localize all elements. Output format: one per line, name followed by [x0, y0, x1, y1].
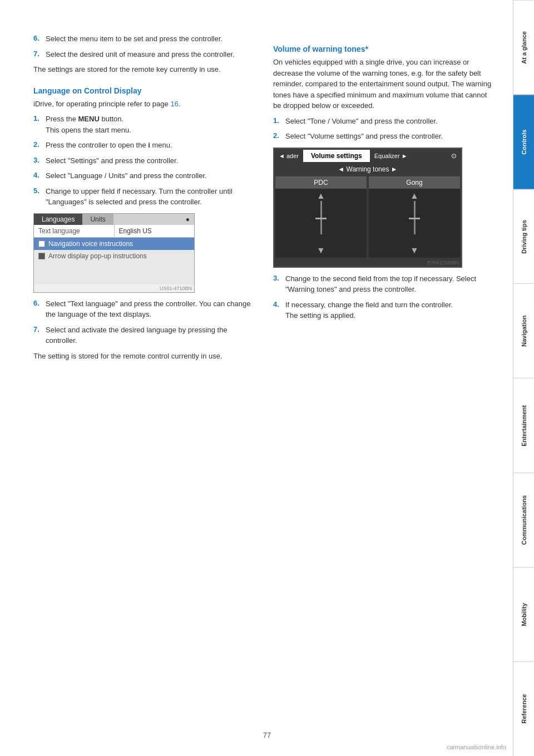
step-text-1: Press the MENU button.This opens the sta…	[46, 114, 131, 135]
step-number-2: 2.	[33, 140, 42, 151]
pdc-column: PDC ▲ ▼	[275, 176, 367, 258]
sidebar-tab-controls[interactable]: Controls	[513, 95, 534, 189]
right-step-text-1: Select "Tone / Volume" and press the con…	[285, 116, 438, 127]
sidebar-tab-navigation[interactable]: Navigation	[513, 283, 534, 378]
text-language-value: English US	[114, 225, 195, 237]
text-language-label: Text language	[34, 225, 114, 237]
tab-units: Units	[82, 214, 113, 225]
watermark: carmanualsonline.info	[447, 744, 506, 750]
right-step-2: 2. Select "Volume settings" and press th…	[273, 131, 496, 142]
pdc-slider	[320, 201, 322, 234]
step-1: 1. Press the MENU button.This opens the …	[33, 114, 256, 135]
menu-bold: MENU	[78, 115, 100, 123]
right-step-text-3: Change to the second field from the top …	[285, 273, 496, 295]
step-number-5: 5.	[33, 186, 42, 208]
arrow-checkbox	[38, 253, 45, 259]
intro-text-right: On vehicles equipped with a single drive…	[273, 57, 496, 111]
sidebar-tab-mobility[interactable]: Mobility	[513, 567, 534, 662]
step-number-1: 1.	[33, 114, 42, 135]
step-2: 2. Press the controller to open the i me…	[33, 140, 256, 151]
step-6-top: 6. Select the menu item to be set and pr…	[33, 33, 256, 45]
note-bottom: The setting is stored for the remote con…	[33, 351, 256, 362]
step-text-6-bottom: Select "Text language" and press the con…	[46, 298, 256, 320]
warning-tones-subtitle: ◄ Warning tones ►	[274, 163, 461, 175]
right-column: Volume of warning tones* On vehicles equ…	[273, 33, 496, 723]
step-7-top: 7. Select the desired unit of measure an…	[33, 49, 256, 60]
navigation-voice-row: Navigation voice instructions	[34, 238, 194, 250]
right-step-4: 4. If necessary, change the field and tu…	[273, 300, 496, 321]
step-5: 5. Change to upper field if necessary. T…	[33, 186, 256, 208]
gong-header: Gong	[369, 176, 460, 189]
gong-content: ▲ ▼	[369, 189, 460, 258]
step-text-5: Change to upper field if necessary. Turn…	[46, 186, 256, 208]
step-text-7-top: Select the desired unit of measure and p…	[46, 49, 235, 60]
page-link-16[interactable]: 16	[170, 100, 178, 108]
section-heading-language: Language on Control Display	[33, 86, 256, 95]
languages-screenshot: Languages Units ● Text language English …	[33, 213, 195, 293]
right-step-number-4: 4.	[273, 300, 282, 321]
step-3: 3. Select "Settings" and press the contr…	[33, 155, 256, 166]
sidebar-tab-at-a-glance[interactable]: At a glance	[513, 0, 534, 95]
step-number-6-top: 6.	[33, 33, 42, 45]
section-heading-warning: Volume of warning tones*	[273, 45, 496, 53]
step-number-3: 3.	[33, 155, 42, 166]
step-6-bottom: 6. Select "Text language" and press the …	[33, 298, 256, 320]
step-number-6-bottom: 6.	[33, 298, 42, 320]
screenshot-caption-left: US01-4710BN	[34, 284, 194, 292]
sidebar-tab-communications[interactable]: Communications	[513, 473, 534, 567]
navigation-checkbox	[38, 240, 45, 247]
i-menu-label: i	[148, 141, 150, 149]
gong-up-arrow: ▲	[371, 191, 458, 201]
tab-equalizer: Equalizer ►	[370, 151, 412, 161]
tab-languages: Languages	[34, 214, 82, 225]
sidebar-tab-entertainment[interactable]: Entertainment	[513, 378, 534, 473]
right-step-text-4: If necessary, change the field and turn …	[285, 300, 453, 321]
step-number-7-bottom: 7.	[33, 325, 42, 346]
arrow-display-text: Arrow display pop-up instructions	[48, 252, 147, 260]
navigation-voice-text: Navigation voice instructions	[48, 240, 133, 248]
gong-slider-indicator	[409, 218, 420, 219]
pdc-down-arrow: ▼	[278, 246, 364, 256]
screenshot-header: Languages Units ●	[34, 214, 194, 225]
right-step-text-2: Select "Volume settings" and press the c…	[285, 131, 443, 142]
pdc-slider-indicator	[315, 218, 327, 219]
tab-dot: ●	[181, 214, 194, 225]
left-column: 6. Select the menu item to be set and pr…	[33, 33, 256, 723]
right-step-1: 1. Select "Tone / Volume" and press the …	[273, 116, 496, 127]
arrow-display-row: Arrow display pop-up instructions	[34, 250, 194, 262]
step-text-2: Press the controller to open the i menu.	[46, 140, 172, 151]
right-step-number-3: 3.	[273, 273, 282, 295]
step-text-3: Select "Settings" and press the controll…	[46, 155, 178, 166]
text-language-row: Text language English US	[34, 225, 194, 238]
right-step-3: 3. Change to the second field from the t…	[273, 273, 496, 295]
tab-icon: ⊙	[447, 150, 461, 161]
sidebar-tab-reference[interactable]: Reference	[513, 661, 534, 756]
step-number-7-top: 7.	[33, 49, 42, 60]
gong-column: Gong ▲ ▼	[369, 176, 460, 258]
step-text-6-top: Select the menu item to be set and press…	[46, 33, 222, 45]
gong-slider	[414, 201, 416, 234]
tab-volume-settings: Volume settings	[303, 150, 370, 162]
step-text-7-bottom: Select and activate the desired language…	[46, 325, 256, 346]
page-number: 77	[263, 731, 271, 739]
right-step-number-1: 1.	[273, 116, 282, 127]
pdc-header: PDC	[275, 176, 367, 189]
gong-down-arrow: ▼	[371, 246, 458, 256]
sidebar: At a glance Controls Driving tips Naviga…	[513, 0, 534, 756]
step-4: 4. Select "Language / Units" and press t…	[33, 170, 256, 181]
pdc-up-arrow: ▲	[278, 191, 364, 201]
sidebar-tab-driving-tips[interactable]: Driving tips	[513, 189, 534, 284]
step-7-bottom: 7. Select and activate the desired langu…	[33, 325, 256, 346]
right-step-number-2: 2.	[273, 131, 282, 142]
volume-screenshot-header: ◄ ader Volume settings Equalizer ► ⊙	[274, 149, 461, 163]
step-number-4: 4.	[33, 170, 42, 181]
step-text-4: Select "Language / Units" and press the …	[46, 170, 207, 181]
volume-screenshot-body: PDC ▲ ▼ Gong ▲	[274, 175, 461, 259]
note-top: The settings are stored for the remote k…	[33, 64, 256, 75]
screenshot-caption-right: E70A1/100BN	[427, 260, 459, 266]
pdc-content: ▲ ▼	[275, 189, 367, 258]
tab-prev: ◄ ader	[274, 151, 303, 161]
volume-screenshot: ◄ ader Volume settings Equalizer ► ⊙ ◄ W…	[273, 148, 462, 268]
intro-text-left: iDrive, for operating principle refer to…	[33, 99, 256, 110]
